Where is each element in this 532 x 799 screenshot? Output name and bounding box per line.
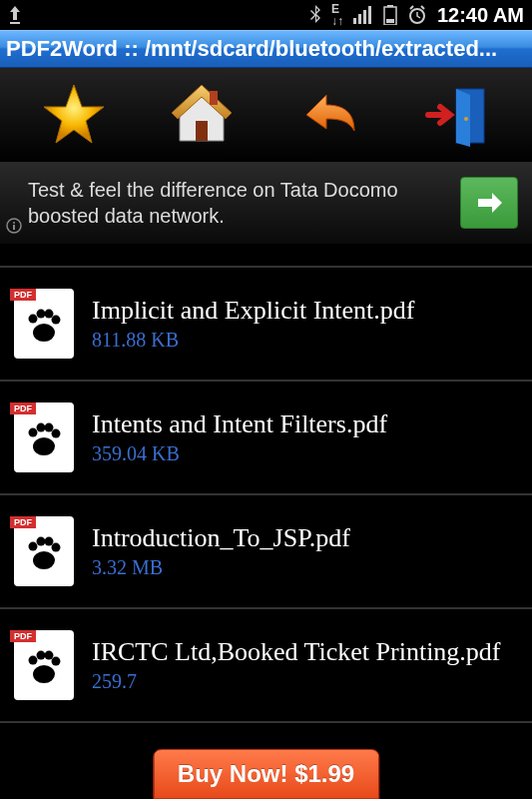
svg-rect-14: [13, 225, 15, 230]
file-size: 359.04 KB: [92, 442, 518, 465]
file-size: 3.32 MB: [92, 556, 518, 579]
ad-banner[interactable]: Test & feel the difference on Tata Docom…: [0, 162, 532, 244]
list-item[interactable]: [0, 244, 532, 268]
signal-icon: [353, 6, 373, 24]
exit-door-icon: [422, 79, 494, 151]
svg-point-23: [45, 423, 54, 432]
svg-rect-0: [353, 18, 356, 24]
home-icon: [166, 79, 238, 151]
svg-point-30: [33, 665, 55, 683]
svg-point-29: [52, 543, 61, 552]
list-item[interactable]: PDF Introduction_To_JSP.pdf 3.32 MB: [0, 495, 532, 609]
svg-point-32: [37, 651, 46, 660]
list-item[interactable]: PDF Intents and Intent Filters.pdf 359.0…: [0, 382, 532, 495]
paw-icon: [23, 532, 65, 574]
svg-point-11: [464, 117, 468, 121]
pdf-thumbnail: PDF: [14, 630, 74, 700]
svg-point-16: [29, 315, 38, 324]
svg-rect-3: [368, 6, 371, 24]
svg-point-28: [45, 537, 54, 546]
svg-rect-9: [210, 91, 218, 105]
file-name: Introduction_To_JSP.pdf: [92, 523, 518, 553]
pdf-badge: PDF: [10, 402, 36, 414]
list-item[interactable]: PDF Implicit and Explicit Intent.pdf 811…: [0, 268, 532, 382]
svg-point-31: [29, 656, 38, 665]
pdf-thumbnail: PDF: [14, 402, 74, 472]
paw-icon: [23, 418, 65, 460]
app-title: PDF2Word :: /mnt/sdcard/bluetooth/extrac…: [6, 36, 497, 62]
back-arrow-icon: [296, 81, 364, 149]
file-name: Implicit and Explicit Intent.pdf: [92, 296, 518, 326]
pdf-badge: PDF: [10, 516, 36, 528]
status-bar: E↓↑ 12:40 AM: [0, 0, 532, 30]
data-edge-icon: E↓↑: [331, 3, 343, 27]
svg-point-33: [45, 651, 54, 660]
svg-point-13: [13, 222, 15, 224]
bluetooth-icon: [309, 5, 321, 25]
svg-point-27: [37, 537, 46, 546]
list-item[interactable]: PDF IRCTC Ltd,Booked Ticket Printing.pdf…: [0, 609, 532, 723]
title-bar: PDF2Word :: /mnt/sdcard/bluetooth/extrac…: [0, 30, 532, 68]
svg-point-19: [52, 316, 61, 325]
file-size: 811.88 KB: [92, 329, 518, 352]
paw-icon: [23, 305, 65, 347]
battery-icon: [383, 5, 397, 25]
svg-point-22: [37, 423, 46, 432]
file-name: Intents and Intent Filters.pdf: [92, 409, 518, 439]
svg-point-20: [33, 437, 55, 455]
ad-text: Test & feel the difference on Tata Docom…: [28, 177, 460, 229]
pdf-thumbnail: PDF: [14, 289, 74, 359]
svg-point-24: [52, 429, 61, 438]
upload-icon: [8, 6, 22, 24]
star-icon: [40, 81, 108, 149]
clock-time: 12:40 AM: [437, 4, 524, 27]
home-button[interactable]: [162, 75, 242, 155]
svg-point-34: [52, 657, 61, 666]
toolbar: [0, 68, 532, 162]
favorite-button[interactable]: [34, 75, 114, 155]
buy-now-button[interactable]: Buy Now! $1.99: [153, 749, 379, 799]
file-list: PDF Implicit and Explicit Intent.pdf 811…: [0, 244, 532, 723]
alarm-icon: [407, 5, 427, 25]
paw-icon: [23, 646, 65, 688]
back-button[interactable]: [290, 75, 370, 155]
pdf-badge: PDF: [10, 289, 36, 301]
svg-rect-2: [363, 10, 366, 24]
svg-rect-8: [196, 121, 208, 141]
svg-point-17: [37, 310, 46, 319]
pdf-badge: PDF: [10, 630, 36, 642]
svg-point-15: [33, 324, 55, 342]
svg-rect-6: [386, 19, 394, 23]
svg-point-21: [29, 428, 38, 437]
info-icon: [6, 218, 22, 238]
arrow-right-icon: [474, 191, 504, 215]
svg-point-25: [33, 551, 55, 569]
svg-rect-1: [358, 14, 361, 24]
svg-point-26: [29, 542, 38, 551]
file-size: 259.7: [92, 670, 518, 693]
exit-button[interactable]: [418, 75, 498, 155]
svg-point-18: [45, 310, 54, 319]
pdf-thumbnail: PDF: [14, 516, 74, 586]
ad-go-button[interactable]: [460, 177, 518, 229]
file-name: IRCTC Ltd,Booked Ticket Printing.pdf: [92, 637, 518, 667]
